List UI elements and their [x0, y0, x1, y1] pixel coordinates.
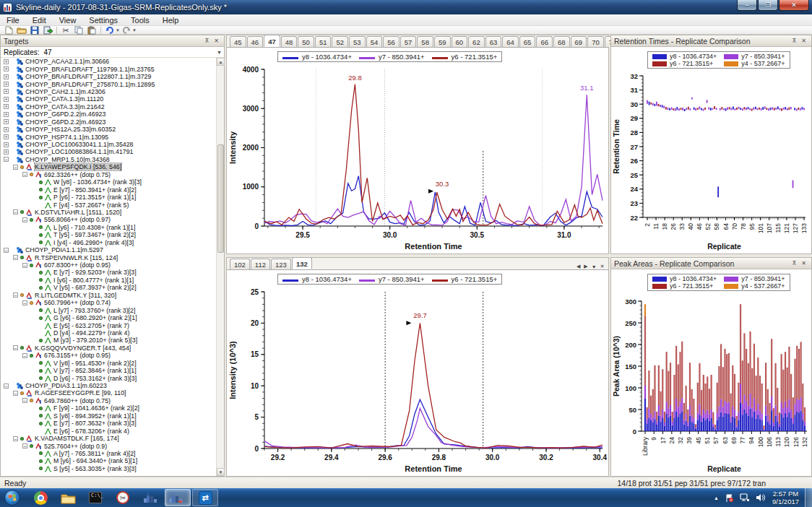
expander-icon[interactable]: –	[22, 172, 27, 177]
tree-row[interactable]: L [y6] - 710.4308+ (rank 1)[1]	[1, 224, 216, 231]
tab-112[interactable]: 112	[251, 259, 270, 269]
tree-row[interactable]: –R.LITLGEDMTK.Y [311, 320]	[1, 292, 216, 299]
tree-row[interactable]: +CHOYP_HSP74.1.1|m.13095	[1, 133, 216, 140]
expander-icon[interactable]: +	[4, 89, 9, 94]
tree-row[interactable]: +CHOYP_BRAFLDRAFT_122807.1.1|m.3729	[1, 73, 216, 80]
expander-icon[interactable]: –	[13, 391, 18, 396]
tab-132[interactable]: 132	[292, 257, 312, 269]
taskbar-clock[interactable]: 2:57 PM 9/1/2017	[772, 490, 799, 506]
expander-icon[interactable]: –	[13, 292, 18, 298]
expander-icon[interactable]: –	[13, 345, 18, 350]
tab-56[interactable]: 56	[383, 36, 399, 47]
chromatogram-chart-top[interactable]: 0100020003000400029.530.030.531.0Retenti…	[227, 48, 608, 254]
tree-row[interactable]: –K.GSQQVVDYNGER.T [443, 454]	[1, 344, 216, 352]
tree-row[interactable]: +CHOYP_ACAA2.1.1|m.30666	[1, 58, 216, 65]
retention-times-chart[interactable]: 2223242526272829303132211182633404652586…	[611, 47, 811, 254]
tree-row[interactable]: E [y7] - 929.5203+ (rank 3)[3]	[1, 269, 216, 276]
menu-help[interactable]: Help	[156, 14, 186, 25]
tray-expand-icon[interactable]: ▲	[714, 495, 719, 500]
tree-row[interactable]: F [y9] - 1041.4636+ (rank 2)[2]	[1, 404, 216, 412]
taskbar-app-teamviewer[interactable]: ⇄	[192, 489, 218, 506]
expander-icon[interactable]: –	[13, 255, 18, 260]
tab-70[interactable]: 70	[587, 36, 604, 47]
tree-row[interactable]: –K.LYAWEPSFQDK.I [536, 546]	[1, 163, 216, 170]
menu-file[interactable]: File	[0, 14, 26, 25]
scroll-up-icon[interactable]: ▲	[217, 58, 225, 66]
expander-icon[interactable]: +	[4, 127, 9, 132]
redo-dropdown-icon[interactable]: ▼	[132, 28, 137, 32]
tab-52[interactable]: 52	[332, 36, 348, 47]
new-document-icon[interactable]	[3, 26, 14, 34]
expander-icon[interactable]: –	[22, 443, 27, 448]
tree-row[interactable]: +CHOYP_BRAFLDRAFT_275870.1.1|m.12895	[1, 80, 216, 87]
taskbar-app-skyline[interactable]: ➜	[165, 489, 191, 506]
pin-icon[interactable]: ⊼	[790, 37, 799, 46]
tree-row[interactable]: +CHOYP_BRAFLDRAFT_119799.1.1|m.23765	[1, 65, 216, 72]
tree-row[interactable]: +CHOYP_G6PD.2.2|m.46923	[1, 118, 216, 126]
tree-row[interactable]: G [y6] - 680.2920+ (rank 2)[1]	[1, 314, 216, 321]
restore-button[interactable]: ❐	[758, 0, 778, 11]
tree-row[interactable]: V [y5] - 687.3937+ (rank 2)[2]	[1, 284, 216, 291]
chromatogram-chart-bottom[interactable]: 051015202529.229.429.629.830.030.230.4Re…	[227, 270, 608, 476]
tree-row[interactable]: V [y8] - 951.4530+ (rank 2)[2]	[1, 360, 216, 367]
tree-row[interactable]: E [y6] - 678.3206+ (rank 4)	[1, 427, 216, 434]
expander-icon[interactable]: +	[4, 119, 9, 124]
expander-icon[interactable]: +	[4, 134, 9, 139]
tab-45[interactable]: 45	[230, 36, 246, 47]
expander-icon[interactable]: +	[4, 66, 9, 72]
tree-row[interactable]: +CHOYP_CAH2.1.1|m.42306	[1, 88, 216, 95]
tab-scroll-right-icon[interactable]: ▶	[582, 264, 589, 269]
redo-icon[interactable]	[121, 26, 132, 34]
tree-row[interactable]: L [y7] - 793.3760+ (rank 3)[2]	[1, 306, 216, 313]
tree-row[interactable]: S [y5] - 563.3035+ (rank 3)[3]	[1, 465, 216, 472]
tree-row[interactable]: M [y3] - 379.2010+ (rank 5)[3]	[1, 337, 216, 344]
expander-icon[interactable]: +	[4, 74, 9, 79]
close-button[interactable]: ✕	[779, 0, 809, 11]
expander-icon[interactable]: +	[4, 150, 9, 155]
close-icon[interactable]: ✕	[799, 37, 808, 46]
tree-row[interactable]: –CHOYP_MRP1.5.10|m.34368	[1, 156, 216, 163]
taskbar-app-explorer[interactable]	[55, 489, 81, 506]
tree-row[interactable]: –R.TSPEIVNWLR.K [115, 124]	[1, 254, 216, 261]
expander-icon[interactable]: –	[4, 157, 9, 162]
tree-row[interactable]: I [y6] - 800.4777+ (rank 1)[1]	[1, 277, 216, 284]
tab-62[interactable]: 62	[468, 36, 485, 47]
tree-row[interactable]: +CHOYP_LOC100883864.1.1|m.41791	[1, 148, 216, 155]
tab-68[interactable]: 68	[553, 36, 570, 47]
tree-row[interactable]: +CHOYP_CATA.1.3|m.11120	[1, 95, 216, 103]
paste-icon[interactable]	[86, 26, 98, 34]
pin-icon[interactable]: ⊼	[202, 37, 212, 46]
menu-tools[interactable]: Tools	[124, 14, 156, 25]
tree-row[interactable]: –CHOYP_PDIA1.1.1|m.5297	[1, 246, 216, 254]
expander-icon[interactable]: –	[22, 300, 27, 306]
expander-icon[interactable]: +	[4, 112, 9, 117]
expander-icon[interactable]: –	[22, 263, 27, 268]
taskbar-app-chrome[interactable]	[27, 489, 53, 506]
tree-row[interactable]: –692.3326++ (dotp 0.75)	[1, 171, 216, 178]
tree-row[interactable]: T [y5] - 597.3467+ (rank 2)[2]	[1, 231, 216, 238]
tree-row[interactable]: +CHOYP_CATA.3.3|m.21642	[1, 103, 216, 110]
menu-edit[interactable]: Edit	[26, 14, 53, 25]
tree-row[interactable]: –607.8300++ (dotp 0.95)	[1, 261, 216, 269]
cut-icon[interactable]: ✂	[60, 26, 72, 34]
peak-areas-chart[interactable]: 050100150200250300Library917243239455157…	[611, 269, 811, 476]
tab-66[interactable]: 66	[536, 36, 553, 47]
tab-54[interactable]: 54	[366, 36, 383, 47]
tab-58[interactable]: 58	[417, 36, 433, 47]
close-icon[interactable]: ✕	[799, 259, 808, 268]
tab-69[interactable]: 69	[571, 36, 587, 47]
menu-settings[interactable]: Settings	[82, 14, 124, 25]
tab-46[interactable]: 46	[247, 36, 264, 47]
tab-59[interactable]: 59	[434, 36, 451, 47]
start-button[interactable]	[1, 489, 23, 506]
tree-row[interactable]: E [y7] - 807.3632+ (rank 3)[3]	[1, 420, 216, 427]
tree-row[interactable]: A [y7] - 765.3811+ (rank 4)[2]	[1, 450, 216, 457]
open-folder-icon[interactable]	[16, 26, 27, 34]
tab-64[interactable]: 64	[502, 36, 519, 47]
scrollbar-thumb[interactable]	[217, 144, 224, 253]
pin-icon[interactable]: ⊼	[790, 259, 799, 268]
tree-row[interactable]: –K.DSTVLTIAHR.L [1511, 1520]	[1, 209, 216, 216]
tab-60[interactable]: 60	[452, 36, 468, 47]
tab-48[interactable]: 48	[281, 36, 298, 47]
tree-row[interactable]: E [y5] - 623.2705+ (rank 7)	[1, 321, 216, 329]
